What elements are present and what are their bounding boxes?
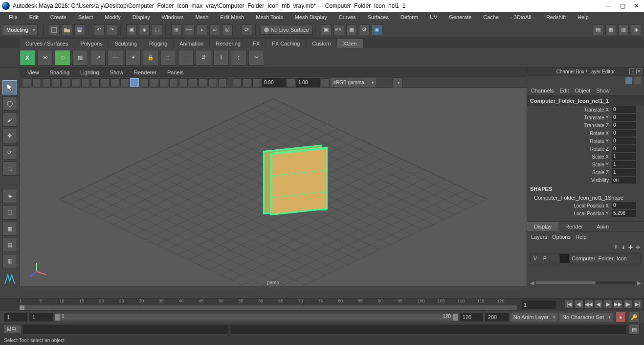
select-component-icon[interactable]: ⬚	[152, 24, 162, 35]
move-layer-down-icon[interactable]: ↡	[621, 244, 625, 251]
grid-toggle-icon[interactable]	[233, 78, 242, 87]
anim-layer-dropdown[interactable]: No Anim Layer	[511, 313, 557, 322]
shelf-tab-animation[interactable]: Animation	[174, 39, 209, 48]
playback-end-field[interactable]: 120	[460, 313, 483, 322]
hypershade-icon[interactable]: ◉	[372, 24, 382, 35]
menu-create[interactable]: Create	[45, 13, 71, 21]
ao-icon[interactable]	[199, 78, 207, 87]
attr-scale-x-field[interactable]: 1	[612, 153, 636, 160]
snap-plane-icon[interactable]: ▱	[209, 24, 220, 35]
step-back-icon[interactable]: ◀◀	[584, 299, 593, 308]
mode-selector-dropdown[interactable]: Modeling	[2, 24, 38, 35]
menu-curves[interactable]: Curves	[334, 13, 361, 21]
step-forward-key-icon[interactable]: |▶	[623, 299, 632, 308]
layer-display-type[interactable]	[550, 254, 560, 263]
gamma-field[interactable]: 1.00	[296, 78, 320, 87]
depth-icon[interactable]	[189, 78, 198, 87]
timeline-track[interactable]	[20, 305, 517, 310]
channel-icon[interactable]	[634, 77, 641, 84]
bookmark-icon[interactable]	[42, 78, 51, 87]
panel-layout-icon[interactable]: ▥	[618, 24, 629, 35]
xgen-slash-icon[interactable]: ⦸	[55, 50, 70, 66]
exposure-field[interactable]: 0.00	[262, 78, 286, 87]
attr-scale-z-field[interactable]: 1	[612, 169, 636, 176]
xgen-open-icon[interactable]: X	[20, 50, 35, 66]
shaded-icon[interactable]	[130, 78, 139, 87]
channel-icon[interactable]	[625, 77, 632, 84]
menu-edit[interactable]: Edit	[24, 13, 44, 21]
shelf-tab-custom[interactable]: Custom	[307, 39, 337, 48]
attr-scale-y-field[interactable]: 1	[612, 161, 636, 168]
selected-object-name[interactable]: Computer_Folder_Icon_ncl1_1	[527, 96, 644, 106]
viewport-3d[interactable]: persp	[20, 88, 527, 286]
script-language-toggle[interactable]: MEL	[4, 325, 21, 333]
shelf-tab-rendering[interactable]: Rendering	[210, 39, 246, 48]
last-tool-icon[interactable]: ◈	[2, 189, 17, 203]
layer-name[interactable]: Computer_Folder_Icon	[570, 254, 641, 263]
isolate-icon[interactable]	[179, 78, 188, 87]
grease-pencil-icon[interactable]	[243, 78, 251, 87]
layout-stacked-icon[interactable]: ▤	[2, 238, 17, 252]
panel-layout-icon[interactable]: ◈	[631, 24, 642, 35]
attr-local-pos-x-field[interactable]: 0	[612, 202, 636, 209]
attr-local-pos-y-field[interactable]: 5.298	[612, 210, 636, 217]
live-surface-toggle[interactable]: No Live Surface	[261, 25, 312, 35]
shape-node-name[interactable]: Computer_Folder_Icon_ncl1_1Shape	[527, 194, 644, 202]
image-plane-icon[interactable]	[52, 78, 61, 87]
step-forward-icon[interactable]: ▶▶	[614, 299, 622, 308]
panel-menu-shading[interactable]: Shading	[45, 69, 74, 76]
render-view-icon[interactable]: ▦	[346, 24, 357, 35]
xgen-wind-icon[interactable]: ⫶	[231, 50, 246, 66]
character-set-dropdown[interactable]: No Character Set	[559, 313, 613, 322]
redo-icon[interactable]: ↷	[107, 24, 117, 35]
select-camera-icon[interactable]	[22, 78, 31, 87]
select-hierarchy-icon[interactable]: ▣	[126, 24, 137, 35]
current-frame-field[interactable]: 1	[522, 300, 556, 309]
shelf-tab-fx-caching[interactable]: FX Caching	[266, 39, 306, 48]
safe-action-icon[interactable]	[101, 78, 110, 87]
menu-3dtoall[interactable]: - 3DtoAll -	[506, 13, 539, 21]
new-empty-layer-icon[interactable]: ✚	[628, 244, 633, 251]
menu-redshift[interactable]: Redshift	[541, 13, 571, 21]
panel-menu-panels[interactable]: Panels	[162, 69, 189, 76]
current-time-indicator[interactable]	[20, 305, 24, 310]
ipr-render-icon[interactable]: IPR:	[333, 24, 344, 35]
shelf-tab-curves-surfaces[interactable]: Curves / Surfaces	[20, 39, 74, 48]
window-maximize-button[interactable]: ▢	[620, 2, 625, 9]
snap-grid-icon[interactable]: ⊞	[171, 24, 182, 35]
select-tool-icon[interactable]	[2, 80, 17, 94]
camera-icon[interactable]	[32, 78, 41, 87]
attr-visibility-field[interactable]: on	[612, 177, 636, 184]
move-tool-icon[interactable]: ✥	[2, 129, 17, 143]
menu-mesh-tools[interactable]: Mesh Tools	[251, 13, 288, 21]
playback-start-field[interactable]: 1	[29, 313, 53, 322]
new-scene-icon[interactable]	[49, 24, 60, 35]
rotate-tool-icon[interactable]: ⟳	[2, 145, 17, 160]
menu-mesh-display[interactable]: Mesh Display	[290, 13, 332, 21]
renderer-dropdown[interactable]	[393, 77, 402, 88]
lights-icon[interactable]	[150, 78, 158, 87]
anim-end-field[interactable]: 200	[485, 313, 509, 322]
xgen-grass-icon[interactable]: ⫴	[213, 50, 229, 66]
options-menu[interactable]: Options	[552, 234, 571, 240]
field-chart-icon[interactable]	[91, 78, 100, 87]
menu-deform[interactable]: Deform	[396, 13, 423, 21]
menu-help[interactable]: Help	[573, 13, 594, 21]
color-management-dropdown[interactable]: sRGB gamma	[331, 78, 376, 87]
menu-surfaces[interactable]: Surfaces	[363, 13, 394, 21]
shelf-tab-rigging[interactable]: Rigging	[143, 39, 173, 48]
display-layer-row[interactable]: V P Computer_Folder_Icon	[530, 253, 641, 263]
attr-rotate-y-field[interactable]: 0	[612, 138, 636, 144]
layer-tab-anim[interactable]: Anim	[590, 222, 616, 231]
help-menu[interactable]: Help	[576, 234, 587, 240]
menu-file[interactable]: File	[4, 13, 22, 21]
xgen-spline-icon[interactable]: 〰	[108, 50, 123, 66]
window-minimize-button[interactable]: —	[605, 2, 611, 9]
gate-mask-icon[interactable]	[81, 78, 90, 87]
snap-live-icon[interactable]: ◎	[222, 24, 233, 35]
antialias-icon[interactable]	[218, 78, 227, 87]
menu-select[interactable]: Select	[73, 13, 98, 21]
select-object-icon[interactable]: ◈	[139, 24, 150, 35]
panel-menu-lighting[interactable]: Lighting	[75, 69, 104, 76]
menu-edit-mesh[interactable]: Edit Mesh	[215, 13, 249, 21]
